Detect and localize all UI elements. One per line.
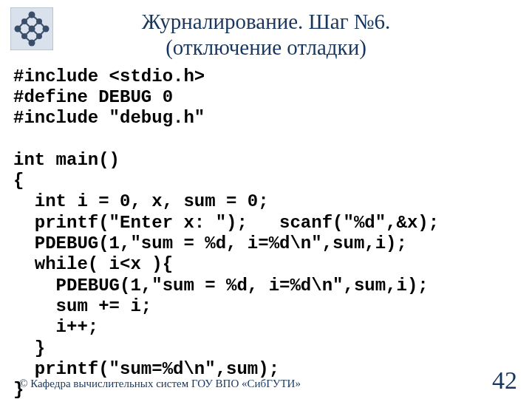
- slide-title: Журналирование. Шаг №6. (отключение отла…: [0, 0, 532, 61]
- code-block: #include <stdio.h> #define DEBUG 0 #incl…: [0, 61, 532, 399]
- page-number: 42: [492, 366, 517, 395]
- title-line-1: Журналирование. Шаг №6.: [142, 10, 391, 33]
- title-line-2: (отключение отладки): [166, 35, 366, 59]
- logo-icon: [10, 7, 53, 50]
- footer-text: © Кафедра вычислительных систем ГОУ ВПО …: [19, 378, 301, 390]
- slide: Журналирование. Шаг №6. (отключение отла…: [0, 0, 532, 399]
